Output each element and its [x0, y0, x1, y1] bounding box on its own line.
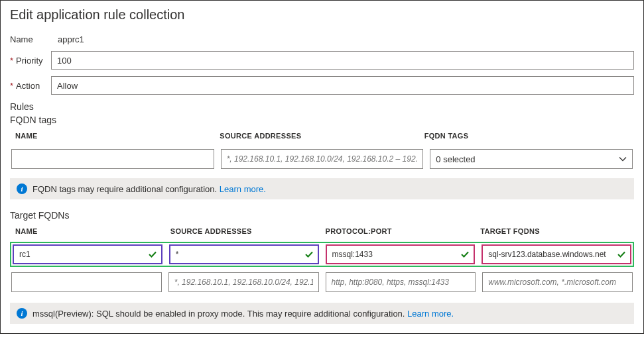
tfq-target-cell [482, 244, 631, 264]
tfq-source-input[interactable] [169, 244, 319, 264]
fqdn-name-input[interactable] [11, 149, 214, 169]
tfq-source-input-blank[interactable] [168, 272, 319, 292]
tfq-target-input-blank[interactable] [482, 272, 633, 292]
rules-label: Rules [10, 101, 634, 112]
page-title: Edit application rule collection [10, 1, 634, 34]
tfq-name-input[interactable] [13, 244, 162, 264]
target-fqdns-table: NAME SOURCE ADDRESSES PROTOCOL:PORT TARG… [10, 227, 634, 293]
col-name: NAME [15, 132, 220, 140]
priority-label: *Priority [10, 56, 51, 66]
fqdn-tags-table: NAME SOURCE ADDRESSES FQDN TAGS 0 select… [10, 132, 634, 169]
fqdn-tags-select[interactable]: 0 selected [430, 149, 633, 169]
fqdn-tags-row: 0 selected [10, 149, 634, 169]
col-name: NAME [15, 227, 164, 235]
fqdn-info-text: FQDN tags may require additional configu… [32, 184, 266, 194]
target-fqdns-row-2 [10, 271, 634, 293]
tfq-name-input-blank[interactable] [11, 272, 162, 292]
col-source: SOURCE ADDRESSES [170, 227, 319, 235]
required-star: * [10, 56, 13, 66]
required-star: * [10, 81, 13, 91]
chevron-down-icon [619, 155, 627, 163]
col-target: TARGET FQDNS [480, 227, 629, 235]
action-input[interactable] [51, 76, 634, 95]
tfq-target-input[interactable] [482, 244, 631, 264]
info-icon: i [17, 308, 27, 319]
fqdn-tags-label: FQDN tags [10, 115, 634, 125]
target-fqdns-header-row: NAME SOURCE ADDRESSES PROTOCOL:PORT TARG… [10, 227, 634, 242]
tfq-source-cell [169, 244, 319, 264]
fqdn-source-input[interactable] [221, 149, 424, 169]
col-protocol: PROTOCOL:PORT [326, 227, 474, 235]
info-icon: i [17, 183, 27, 194]
action-label: *Action [10, 81, 51, 91]
tfq-protocol-input-blank[interactable] [326, 272, 476, 292]
fqdn-info-bar: i FQDN tags may require additional confi… [10, 178, 634, 199]
col-source: SOURCE ADDRESSES [220, 132, 424, 140]
tfq-protocol-input[interactable] [326, 244, 476, 264]
learn-more-link[interactable]: Learn more. [220, 184, 266, 194]
target-fqdns-label: Target FQDNs [10, 210, 634, 221]
target-fqdns-row-1 [13, 244, 631, 264]
highlighted-row-wrap [10, 242, 634, 267]
priority-input[interactable] [51, 51, 634, 70]
action-row: *Action [10, 76, 634, 95]
mssql-info-text: mssql(Preview): SQL should be enabled in… [32, 309, 454, 319]
tfq-protocol-cell [326, 244, 476, 264]
tfq-name-cell [13, 244, 162, 264]
mssql-info-bar: i mssql(Preview): SQL should be enabled … [10, 303, 634, 324]
name-label: Name [10, 34, 51, 44]
priority-row: *Priority [10, 51, 634, 70]
learn-more-link[interactable]: Learn more. [407, 309, 454, 319]
name-row: Name apprc1 [10, 34, 634, 44]
name-value: apprc1 [51, 34, 84, 44]
edit-rule-collection-panel: Edit application rule collection Name ap… [0, 0, 644, 334]
fqdn-tags-selected: 0 selected [436, 154, 475, 164]
col-tags: FQDN TAGS [424, 132, 629, 140]
fqdn-tags-header-row: NAME SOURCE ADDRESSES FQDN TAGS [10, 132, 634, 146]
